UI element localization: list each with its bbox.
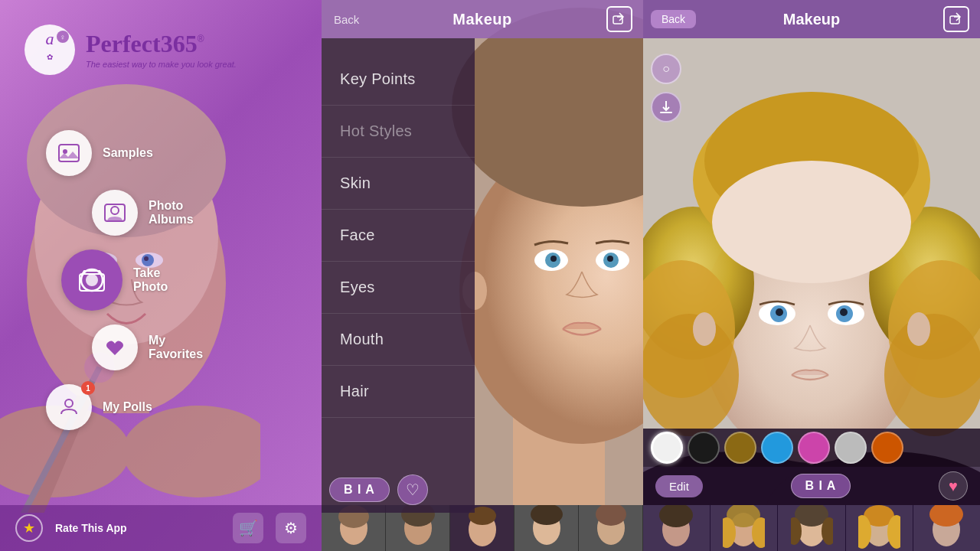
svg-point-61 [884, 314, 980, 436]
right-header: Back Makeup [643, 0, 980, 38]
swatch-gray[interactable] [835, 432, 867, 464]
right-share-icon [949, 12, 963, 26]
settings-button[interactable]: ⚙ [276, 513, 306, 543]
svg-text:✿: ✿ [47, 53, 53, 61]
toolbar-circle-top[interactable]: ○ [651, 54, 681, 84]
app-title: Perfect365 [86, 31, 198, 57]
svg-point-35 [550, 256, 557, 262]
menu-item-hot-styles[interactable]: Hot Styles [322, 106, 475, 158]
right-thumb-5[interactable] [913, 505, 980, 551]
favorites-circle[interactable] [92, 324, 138, 370]
nav-item-polls[interactable]: 1 My Polls [46, 384, 276, 430]
edit-button[interactable]: Edit [655, 475, 703, 497]
svg-point-64 [712, 161, 911, 283]
take-photo-circle[interactable] [61, 249, 122, 311]
svg-point-58 [643, 314, 739, 436]
toolbar-download-button[interactable] [651, 92, 681, 122]
svg-text:a: a [46, 29, 54, 48]
menu-item-hair[interactable]: Hair [322, 366, 475, 418]
right-panel: Back Makeup ○ Edit B I A [643, 0, 980, 551]
heart-icon-right: ♥ [949, 478, 958, 495]
nav-item-favorites[interactable]: My Favorites [92, 324, 276, 370]
bia-badge[interactable]: B I A [329, 478, 390, 502]
app-subtitle: The easiest way to make you look great. [86, 60, 237, 69]
bia-bar: B I A ♡ [329, 474, 428, 505]
cart-icon: 🛒 [239, 519, 258, 537]
right-share-button[interactable] [943, 6, 969, 32]
favorites-label: My Favorites [149, 334, 203, 361]
middle-share-button[interactable] [606, 6, 632, 32]
nav-item-take-photo[interactable]: Take Photo [61, 249, 276, 311]
bottom-icons: 🛒 ⚙ [233, 513, 306, 543]
swatch-auburn[interactable] [871, 432, 903, 464]
photo-albums-label: Photo Albums [149, 199, 194, 227]
polls-badge: 1 [81, 381, 95, 395]
rate-text[interactable]: Rate This App [55, 522, 127, 534]
swatch-black[interactable] [688, 432, 720, 464]
menu-item-face[interactable]: Face [322, 210, 475, 262]
heart-button-right[interactable]: ♥ [939, 471, 968, 500]
menu-item-key-points[interactable]: Key Points [322, 54, 475, 106]
take-photo-label: Take Photo [133, 266, 168, 294]
right-toolbar: ○ [651, 46, 681, 122]
middle-back-button[interactable]: Back [334, 13, 359, 26]
svg-point-66 [907, 312, 930, 346]
settings-icon: ⚙ [284, 519, 298, 537]
polls-circle[interactable]: 1 [46, 384, 92, 430]
nav-item-photo-albums[interactable]: Photo Albums [92, 190, 276, 236]
left-panel: a ✿ ♀ Perfect365 ® The easiest way to ma… [0, 0, 322, 551]
logo-icon: a ✿ ♀ [23, 23, 77, 77]
samples-circle[interactable] [46, 130, 92, 176]
nav-container: Samples Photo Albums [46, 130, 276, 444]
logo-text: Perfect365 ® The easiest way to make you… [86, 31, 237, 68]
thumb-item-4[interactable] [514, 505, 579, 551]
thumb-item-5[interactable] [579, 505, 643, 551]
download-icon [658, 99, 674, 115]
swatches-row [643, 429, 980, 467]
middle-panel: Back Makeup Key Points Hot Styles Skin F… [322, 0, 643, 551]
bia-badge-right[interactable]: B I A [791, 474, 851, 498]
svg-point-72 [840, 308, 848, 316]
middle-header: Back Makeup [322, 0, 643, 38]
right-thumb-4[interactable] [846, 505, 913, 551]
share-icon [612, 12, 626, 26]
photo-albums-circle[interactable] [92, 190, 138, 236]
right-title: Makeup [783, 11, 840, 28]
svg-point-22 [111, 207, 119, 214]
svg-point-65 [693, 312, 716, 346]
bottom-bar: ★ Rate This App 🛒 ⚙ [0, 505, 322, 551]
svg-text:♀: ♀ [60, 33, 66, 41]
menu-item-skin[interactable]: Skin [322, 158, 475, 210]
swatch-pink[interactable] [798, 432, 830, 464]
right-thumb-3[interactable] [778, 505, 845, 551]
heart-icon: ♡ [406, 481, 420, 499]
swatch-brown[interactable] [724, 432, 756, 464]
swatch-white[interactable] [651, 432, 683, 464]
svg-point-38 [607, 256, 613, 262]
rate-star-icon[interactable]: ★ [15, 514, 43, 542]
nav-item-samples[interactable]: Samples [46, 130, 276, 176]
svg-point-27 [65, 399, 73, 407]
svg-point-21 [63, 149, 67, 154]
svg-rect-75 [660, 112, 672, 113]
menu-overlay: Key Points Hot Styles Skin Face Eyes Mou… [322, 38, 475, 513]
svg-rect-20 [59, 145, 79, 161]
heart-button[interactable]: ♡ [397, 474, 428, 505]
registered-symbol: ® [198, 34, 204, 44]
menu-item-mouth[interactable]: Mouth [322, 314, 475, 366]
right-thumb-2[interactable] [710, 505, 778, 551]
thumbnail-row-right [643, 505, 980, 551]
middle-title: Makeup [452, 11, 511, 28]
right-controls: Edit B I A ♥ [643, 467, 980, 505]
svg-point-69 [776, 308, 783, 316]
polls-label: My Polls [103, 400, 152, 414]
right-thumb-1[interactable] [643, 505, 710, 551]
svg-point-25 [86, 274, 98, 286]
logo-area: a ✿ ♀ Perfect365 ® The easiest way to ma… [23, 23, 237, 77]
samples-label: Samples [103, 146, 153, 160]
menu-item-eyes[interactable]: Eyes [322, 262, 475, 314]
cart-button[interactable]: 🛒 [233, 513, 263, 543]
swatch-blue[interactable] [761, 432, 793, 464]
right-back-button[interactable]: Back [651, 10, 696, 28]
